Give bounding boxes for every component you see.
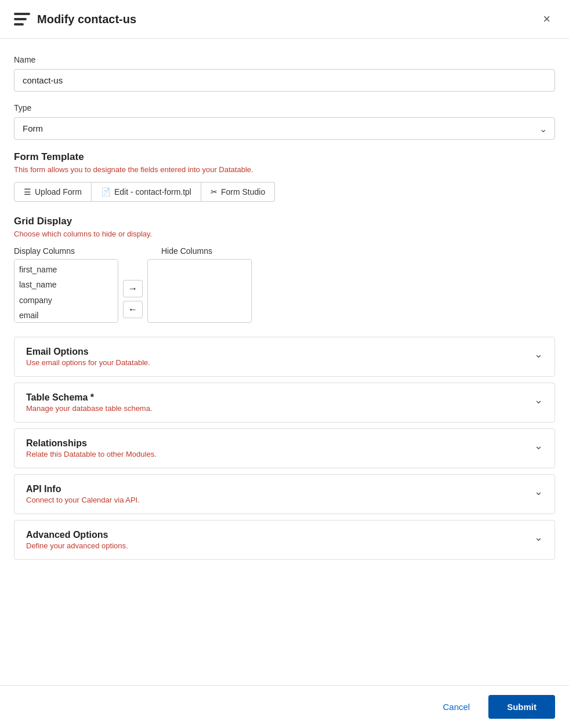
- name-label: Name: [14, 55, 555, 64]
- scissors-icon: ✂: [211, 187, 218, 196]
- upload-form-label: Upload Form: [35, 187, 82, 196]
- collapsible-header-email-options[interactable]: Email Options Use email options for your…: [15, 337, 554, 376]
- modal-title: Modify contact-us: [37, 13, 136, 26]
- chevron-down-icon: ⌄: [534, 348, 543, 361]
- section-email-options: Email Options Use email options for your…: [14, 337, 555, 377]
- section-api-info: API Info Connect to your Calendar via AP…: [14, 474, 555, 514]
- collapsible-subtitle: Manage your database table schema.: [26, 404, 153, 413]
- edit-form-label: Edit - contact-form.tpl: [114, 187, 191, 196]
- collapsible-subtitle: Define your advanced options.: [26, 541, 128, 550]
- collapsible-header-left: API Info Connect to your Calendar via AP…: [26, 484, 140, 504]
- form-template-section: Form Template This form allows you to de…: [14, 151, 555, 202]
- form-template-title: Form Template: [14, 151, 555, 163]
- modal-footer: Cancel Submit: [0, 685, 569, 728]
- type-field-group: Type Form Grid Calendar Report ⌄: [14, 103, 555, 140]
- move-left-button[interactable]: ←: [123, 301, 143, 318]
- type-select[interactable]: Form Grid Calendar Report: [14, 117, 555, 140]
- chevron-down-icon: ⌄: [534, 531, 543, 544]
- grid-display-title: Grid Display: [14, 216, 555, 227]
- transfer-buttons: → ←: [118, 264, 147, 318]
- collapsible-header-left: Table Schema * Manage your database tabl…: [26, 392, 153, 413]
- name-field-group: Name: [14, 55, 555, 92]
- cancel-button[interactable]: Cancel: [433, 696, 479, 718]
- columns-labels-row: Display Columns Hide Columns: [14, 246, 555, 259]
- collapsible-subtitle: Use email options for your Datatable.: [26, 358, 150, 367]
- collapsible-header-api-info[interactable]: API Info Connect to your Calendar via AP…: [15, 475, 554, 514]
- collapsible-title: Email Options: [26, 347, 150, 357]
- header-left: Modify contact-us: [14, 11, 136, 27]
- submit-button[interactable]: Submit: [488, 695, 555, 719]
- grid-display-subtitle: Choose which columns to hide or display.: [14, 230, 555, 238]
- name-input[interactable]: [14, 69, 555, 92]
- form-template-buttons: ☰ Upload Form 📄 Edit - contact-form.tpl …: [14, 182, 555, 202]
- collapsible-title: Relationships: [26, 438, 157, 449]
- collapsible-header-relationships[interactable]: Relationships Relate this Datatable to o…: [15, 429, 554, 468]
- list-item[interactable]: email: [19, 308, 113, 323]
- collapsible-header-table-schema[interactable]: Table Schema * Manage your database tabl…: [15, 383, 554, 422]
- collapsible-subtitle: Connect to your Calendar via API.: [26, 496, 140, 504]
- collapsible-subtitle: Relate this Datatable to other Modules.: [26, 450, 157, 458]
- collapsible-title: Advanced Options: [26, 530, 128, 540]
- columns-pair: first_name last_name company email → ←: [14, 259, 555, 323]
- collapsible-sections: Email Options Use email options for your…: [14, 337, 555, 560]
- display-columns-list[interactable]: first_name last_name company email: [14, 259, 118, 323]
- move-right-button[interactable]: →: [123, 280, 143, 297]
- collapsible-title: Table Schema *: [26, 392, 153, 403]
- list-icon: ☰: [24, 187, 31, 196]
- form-studio-button[interactable]: ✂ Form Studio: [201, 182, 275, 202]
- edit-form-button[interactable]: 📄 Edit - contact-form.tpl: [92, 182, 201, 202]
- modal-header: Modify contact-us ×: [0, 0, 569, 39]
- section-table-schema: Table Schema * Manage your database tabl…: [14, 383, 555, 423]
- list-item[interactable]: first_name: [19, 262, 113, 277]
- modify-modal: Modify contact-us × Name Type Form Grid …: [0, 0, 569, 728]
- file-icon: 📄: [101, 187, 111, 196]
- section-relationships: Relationships Relate this Datatable to o…: [14, 428, 555, 468]
- form-studio-label: Form Studio: [221, 187, 265, 196]
- hide-columns-label: Hide Columns: [161, 246, 266, 256]
- chevron-down-icon: ⌄: [534, 439, 543, 452]
- list-item[interactable]: company: [19, 293, 113, 308]
- collapsible-header-advanced-options[interactable]: Advanced Options Define your advanced op…: [15, 520, 554, 559]
- list-item[interactable]: last_name: [19, 277, 113, 292]
- database-icon: [14, 11, 30, 27]
- grid-display-section: Grid Display Choose which columns to hid…: [14, 216, 555, 323]
- section-advanced-options: Advanced Options Define your advanced op…: [14, 520, 555, 560]
- display-columns-label: Display Columns: [14, 246, 118, 256]
- type-label: Type: [14, 103, 555, 112]
- type-select-wrapper: Form Grid Calendar Report ⌄: [14, 117, 555, 140]
- close-button[interactable]: ×: [538, 10, 555, 28]
- form-template-subtitle: This form allows you to designate the fi…: [14, 165, 555, 174]
- modal-body: Name Type Form Grid Calendar Report ⌄ Fo…: [0, 39, 569, 685]
- collapsible-header-left: Advanced Options Define your advanced op…: [26, 530, 128, 550]
- hide-columns-list[interactable]: [147, 259, 252, 323]
- collapsible-title: API Info: [26, 484, 140, 494]
- chevron-down-icon: ⌄: [534, 485, 543, 498]
- collapsible-header-left: Email Options Use email options for your…: [26, 347, 150, 367]
- collapsible-header-left: Relationships Relate this Datatable to o…: [26, 438, 157, 458]
- upload-form-button[interactable]: ☰ Upload Form: [14, 182, 92, 202]
- chevron-down-icon: ⌄: [534, 394, 543, 406]
